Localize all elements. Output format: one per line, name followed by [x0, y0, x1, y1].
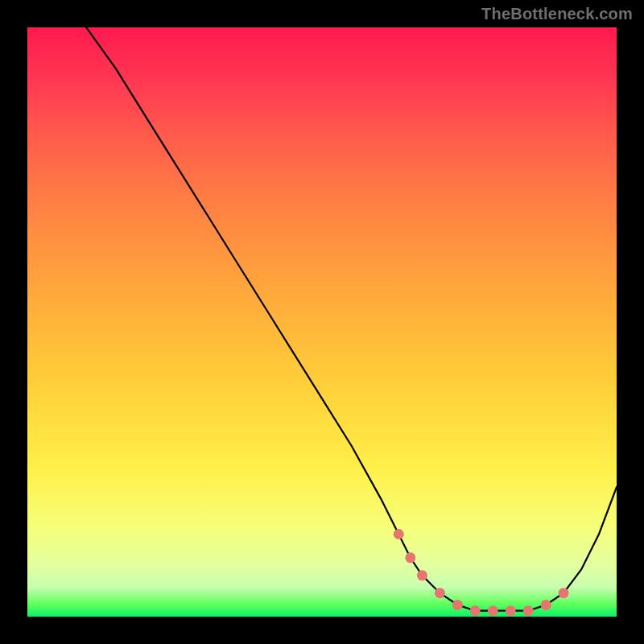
highlight-dot	[523, 605, 534, 616]
highlight-dots-group	[394, 529, 569, 616]
bottleneck-curve-svg	[27, 27, 617, 617]
highlight-dot	[417, 570, 427, 580]
bottleneck-curve-line	[86, 27, 617, 611]
highlight-dot	[559, 588, 569, 598]
highlight-dot	[488, 605, 498, 616]
highlight-dot	[452, 600, 463, 610]
highlight-dot	[435, 588, 445, 598]
highlight-dot	[541, 600, 551, 610]
highlight-dot	[470, 605, 481, 616]
watermark-text: TheBottleneck.com	[481, 5, 633, 23]
chart-plot-area	[27, 27, 617, 617]
highlight-dot	[506, 605, 516, 616]
highlight-dot	[405, 552, 415, 563]
highlight-dot	[394, 529, 404, 539]
